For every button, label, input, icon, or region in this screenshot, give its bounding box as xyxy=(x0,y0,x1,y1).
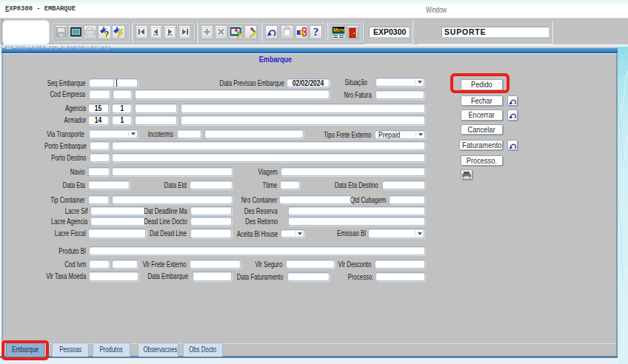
svg-text:?: ? xyxy=(104,30,110,38)
svg-text:Menu: Menu xyxy=(333,27,344,33)
